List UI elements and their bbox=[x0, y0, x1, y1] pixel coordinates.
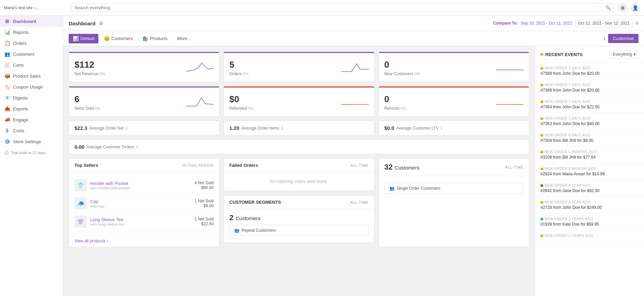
seller-sku-0: woo-hoodie-with-pocket bbox=[90, 186, 130, 190]
failed-orders-panel: Failed Orders ALL-TIME No matching order… bbox=[223, 158, 374, 191]
tab-more-label: More... bbox=[177, 36, 191, 41]
list-item: 👕 Hoodie with Pocket woo-hoodie-with-poc… bbox=[74, 176, 214, 194]
seller-name-0[interactable]: Hoodie with Pocket bbox=[90, 181, 130, 186]
search-bar[interactable]: 🔍 bbox=[71, 3, 614, 12]
settings-icon[interactable]: ⊗ bbox=[618, 3, 628, 13]
seller-thumb-2: 👚 bbox=[74, 215, 87, 228]
seller-price-2: $22.50 bbox=[194, 221, 214, 226]
compare-label: Compare To: bbox=[493, 21, 518, 26]
seller-thumb-1: 🧢 bbox=[74, 197, 87, 210]
metric-refunded: $0 Refunded 0% bbox=[223, 86, 374, 117]
info-icon[interactable]: ℹ bbox=[604, 36, 605, 41]
sidebar-item-coupon-usage[interactable]: 🏷️ Coupon Usage bbox=[0, 81, 63, 92]
dashboard-content: $112 Net Revenue 0% 5 bbox=[63, 46, 535, 296]
menu-icon[interactable]: ≡ bbox=[635, 20, 639, 26]
topbar: Maria's test site –... 🔍 ⊗ 👤 bbox=[0, 0, 644, 16]
recent-events-panel: RECENT EVENTS Everything ▾ NEW ORDER 7 D… bbox=[535, 46, 644, 296]
small-metrics-row: $22.3 Average Order Net ℹ 1.20 Average O… bbox=[69, 121, 529, 135]
customise-button[interactable]: Customise bbox=[608, 34, 639, 43]
customers-count-panel: 32 Customers ALL-TIME 👥 Single Order Cus… bbox=[379, 158, 529, 247]
view-all-products[interactable]: View all products › bbox=[69, 235, 219, 247]
event-text-7: #2842 from Jane Doe for $82.50 bbox=[540, 188, 639, 193]
sidebar-label-dashboard: Dashboard bbox=[13, 19, 36, 24]
sidebar-item-digests[interactable]: 📧 Digests bbox=[0, 92, 63, 103]
metric-orders: 5 Orders 0% bbox=[223, 52, 374, 82]
user-avatar[interactable]: 👤 bbox=[630, 3, 640, 13]
event-text-4: #7304 from Bill Jhill for $9.00 bbox=[540, 138, 639, 143]
tab-products[interactable]: 🛍️ Products bbox=[138, 34, 172, 43]
store-settings-icon: ⚙️ bbox=[4, 139, 10, 144]
tab-customers[interactable]: 😊 Customers bbox=[100, 34, 137, 43]
tab-default-label: Default bbox=[80, 36, 94, 41]
sidebar-item-customers[interactable]: 👥 Customers bbox=[0, 49, 63, 59]
metric-new-customers: 0 New Customers 0% bbox=[379, 52, 529, 82]
tab-default-icon: 📊 bbox=[73, 36, 79, 41]
customer-segments-count: 2 bbox=[229, 213, 233, 222]
sidebar-item-dashboard[interactable]: ⊞ Dashboard bbox=[0, 16, 63, 27]
list-item: NEW ORDER 7 DAYS AGO #7368 from John Doe… bbox=[535, 80, 644, 96]
sidebar-item-carts[interactable]: 🛒 Carts bbox=[0, 59, 63, 70]
sidebar-item-reports[interactable]: 📊 Reports bbox=[0, 27, 63, 38]
sidebar-item-engage[interactable]: 📣 Engage bbox=[0, 114, 63, 125]
sidebar-label-orders: Orders bbox=[13, 41, 27, 46]
tab-products-label: Products bbox=[150, 36, 167, 41]
customers-icon: 👥 bbox=[4, 51, 10, 57]
seller-sold-1: 1 Net Sold bbox=[194, 199, 214, 203]
bottom-panels: Top Sellers IN THIS PERIOD 👕 Hoodie with… bbox=[69, 158, 529, 247]
seller-sku-1: woo-cap bbox=[90, 204, 105, 208]
search-input[interactable] bbox=[74, 5, 605, 10]
sidebar: ⊞ Dashboard 📊 Reports 📋 Orders 👥 Custome… bbox=[0, 16, 63, 296]
list-item: NEW ORDER 2 YEARS AGO #1939 from Kate Do… bbox=[535, 214, 644, 230]
events-header: RECENT EVENTS Everything ▾ bbox=[535, 46, 644, 63]
site-name: Maria's test site –... bbox=[4, 5, 67, 10]
customer-segments-label: Customers bbox=[236, 215, 261, 221]
tab-default[interactable]: 📊 Default bbox=[69, 34, 98, 43]
sidebar-item-product-sales[interactable]: 📦 Product Sales bbox=[0, 70, 63, 81]
costs-icon: $ bbox=[4, 128, 10, 133]
chevron-down-icon: ▾ bbox=[633, 52, 635, 57]
customer-segments-subtitle: ALL-TIME bbox=[350, 200, 369, 204]
sidebar-item-orders[interactable]: 📋 Orders bbox=[0, 38, 63, 49]
sidebar-item-store-settings[interactable]: ⚙️ Store Settings bbox=[0, 136, 63, 147]
single-order-customers-button[interactable]: 👥 Single Order Customers bbox=[384, 183, 523, 194]
trial-clock-icon: 🕐 bbox=[4, 150, 9, 155]
avg-customer-ltv-info[interactable]: ℹ bbox=[441, 126, 442, 131]
search-icon: 🔍 bbox=[605, 5, 611, 10]
event-text-5: #3208 from Bill Jhill for $77.64 bbox=[540, 155, 639, 160]
avg-order-items-info[interactable]: ℹ bbox=[282, 126, 283, 131]
subheader: Dashboard 🖥 Compare To: Sep 10, 2021 - O… bbox=[63, 16, 644, 31]
list-item: NEW ORDER A YEAR AGO #2729 from John Doe… bbox=[535, 197, 644, 214]
coupon-usage-icon: 🏷️ bbox=[4, 84, 10, 90]
events-filter[interactable]: Everything ▾ bbox=[609, 50, 639, 58]
top-sellers-body: 👕 Hoodie with Pocket woo-hoodie-with-poc… bbox=[69, 172, 219, 235]
avg-customer-orders-info[interactable]: ℹ bbox=[136, 145, 138, 149]
events-list: NEW ORDER 7 DAYS AGO #7369 from John Doe… bbox=[535, 63, 644, 296]
sidebar-label-engage: Engage bbox=[13, 117, 28, 122]
tab-customers-label: Customers bbox=[111, 36, 133, 41]
top-sellers-title: Top Sellers bbox=[74, 163, 98, 168]
seller-price-0: $80.00 bbox=[194, 185, 214, 190]
date-range[interactable]: Oct 12, 2021 - Nov 12, 2021 bbox=[575, 19, 633, 27]
seller-name-2[interactable]: Long Sleeve Tee bbox=[90, 217, 124, 222]
customers-count: 32 bbox=[384, 163, 393, 172]
avg-order-net-label: Average Order Net bbox=[90, 126, 124, 131]
tab-more[interactable]: More... bbox=[173, 34, 195, 43]
sidebar-item-exports[interactable]: 📤 Exports bbox=[0, 103, 63, 114]
compare-range[interactable]: Sep 10, 2021 - Oct 11, 2021 bbox=[521, 21, 572, 26]
sidebar-item-costs[interactable]: $ Costs bbox=[0, 125, 63, 136]
sidebar-label-carts: Carts bbox=[13, 63, 24, 68]
seller-name-1[interactable]: Cap bbox=[90, 199, 105, 204]
customers-panel-subtitle: ALL-TIME bbox=[505, 165, 523, 169]
repeat-customers-button[interactable]: 👥 Repeat Customers bbox=[229, 225, 368, 236]
events-title: RECENT EVENTS bbox=[540, 52, 583, 57]
monitor-icon[interactable]: 🖥 bbox=[99, 21, 104, 26]
tab-customers-icon: 😊 bbox=[104, 36, 110, 41]
sidebar-label-store-settings: Store Settings bbox=[13, 139, 41, 144]
avg-order-net-value: $22.3 bbox=[74, 125, 87, 131]
metric-avg-order-items: 1.20 Average Order Items ℹ bbox=[223, 121, 374, 135]
event-text-6: #2924 from Maria Ansari for $14.99 bbox=[540, 172, 639, 176]
avg-customer-orders-value: 0.00 bbox=[74, 144, 84, 150]
avg-order-net-info[interactable]: ℹ bbox=[126, 126, 127, 131]
list-item: NEW ORDER 7 DAYS AGO #7369 from John Doe… bbox=[535, 63, 644, 80]
top-sellers-subtitle: IN THIS PERIOD bbox=[182, 163, 214, 167]
